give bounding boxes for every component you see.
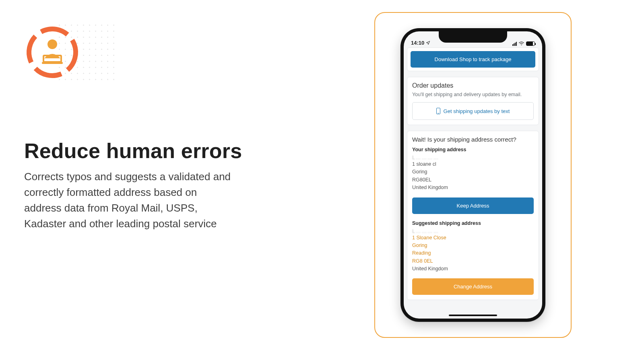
suggested-address-line: United Kingdom [412,265,534,273]
status-time: 14:10 [411,40,424,46]
battery-icon [526,41,535,46]
svg-point-0 [24,24,80,80]
phone-frame: 14:10 [400,28,545,322]
address-validation-card: Wait! Is your shipping address correct? … [407,131,539,300]
svg-point-4 [521,45,522,45]
your-address-line: United Kingdom [412,184,534,191]
your-address-line: Goring [412,168,534,176]
person-laptop-icon [24,24,80,80]
download-shop-button[interactable]: Download Shop to track package [411,51,535,68]
order-updates-title: Order updates [412,82,534,89]
your-address-line: RG80EL [412,176,534,184]
suggested-address-label: Suggested shipping address [412,220,534,226]
phone-panel: 14:10 [374,12,572,338]
svg-rect-3 [42,62,63,64]
your-address-label: Your shipping address [412,147,534,152]
hero-body: Corrects typos and suggests a validated … [24,169,233,232]
order-updates-subtitle: You'll get shipping and delivery updates… [412,92,534,97]
wifi-icon [518,41,524,46]
redacted-name: L………… [412,155,534,160]
svg-point-1 [47,39,57,49]
order-updates-card: Order updates You'll get shipping and de… [407,77,539,125]
change-address-button[interactable]: Change Address [412,278,534,295]
suggested-address-line: RG8 0EL [412,257,534,265]
phone-icon [436,108,440,114]
suggested-address-line: 1 Sloane Close [412,234,534,242]
keep-address-button[interactable]: Keep Address [412,197,534,214]
home-indicator [449,315,497,316]
suggested-address-line: Goring [412,242,534,249]
hero-headline: Reduce human errors [24,139,242,163]
get-text-updates-button[interactable]: Get shipping updates by text [412,102,534,120]
phone-notch [439,31,507,43]
hero-icon-area [24,24,266,88]
cell-signal-icon [512,42,517,46]
location-arrow-icon [426,41,430,45]
suggested-address-line: Reading [412,249,534,257]
get-text-updates-label: Get shipping updates by text [444,108,510,114]
your-address-line: 1 sloane cl [412,160,534,168]
validation-title: Wait! Is your shipping address correct? [412,136,534,143]
redacted-name: L………… [412,228,534,234]
